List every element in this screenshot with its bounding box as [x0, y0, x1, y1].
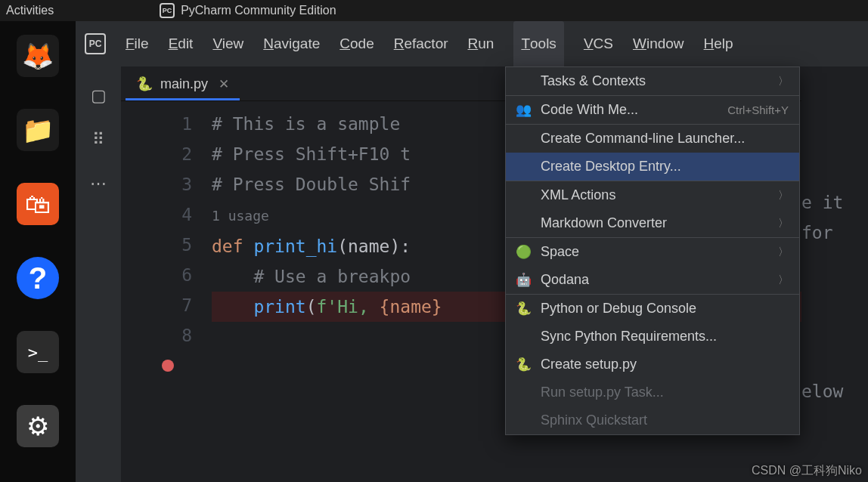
- menu-item-label: Run setup.py Task...: [541, 385, 664, 400]
- menu-item-create-setup-py[interactable]: 🐍Create setup.py: [506, 351, 799, 378]
- project-icon[interactable]: ▢: [91, 86, 107, 106]
- line-number: 1: [121, 109, 192, 139]
- menu-edit[interactable]: Edit: [169, 36, 194, 52]
- tab-filename: main.py: [160, 76, 208, 92]
- gutter: 12345678: [121, 109, 212, 482]
- os-topbar: Activities PC PyCharm Community Edition: [0, 0, 868, 21]
- menu-tools[interactable]: Tools: [513, 21, 563, 66]
- line-number: 8: [121, 320, 192, 351]
- menu-item-xml-actions[interactable]: XML Actions〉: [506, 181, 799, 209]
- more-icon[interactable]: ⋯: [90, 174, 107, 193]
- line-number: 6: [121, 260, 192, 290]
- menu-item-create-command-line-launcher[interactable]: Create Command-line Launcher...: [506, 124, 799, 153]
- menu-refactor[interactable]: Refactor: [394, 36, 448, 52]
- menu-file[interactable]: File: [126, 36, 149, 52]
- pycharm-icon: PC: [160, 3, 175, 18]
- menu-item-markdown-converter[interactable]: Markdown Converter〉: [506, 209, 799, 237]
- 🐍-icon: 🐍: [515, 357, 532, 372]
- menu-run[interactable]: Run: [468, 36, 494, 52]
- menu-item-label: Space: [541, 244, 579, 260]
- menu-item-label: Python or Debug Console: [541, 301, 696, 317]
- tool-strip: ▢ ⠿ ⋯: [76, 66, 121, 482]
- menu-item-label: Create Desktop Entry...: [541, 159, 681, 175]
- python-icon: 🐍: [136, 76, 153, 92]
- dock-item-firefox[interactable]: 🦊: [17, 35, 59, 77]
- menu-item-run-setup-py-task: Run setup.py Task...: [506, 378, 799, 406]
- menu-item-code-with-me[interactable]: 👥Code With Me...Ctrl+Shift+Y: [506, 95, 799, 124]
- menu-item-sphinx-quickstart: Sphinx Quickstart: [506, 406, 799, 434]
- menu-window[interactable]: Window: [633, 36, 684, 52]
- tools-dropdown: Tasks & Contexts〉👥Code With Me...Ctrl+Sh…: [505, 66, 800, 435]
- line-number: [121, 351, 192, 381]
- dock-item-software[interactable]: 🛍: [17, 183, 59, 225]
- line-number: 4: [121, 199, 192, 230]
- dock-item-settings[interactable]: ⚙: [17, 405, 59, 447]
- menu-item-label: Qodana: [541, 272, 589, 288]
- menu-item-python-or-debug-console[interactable]: 🐍Python or Debug Console: [506, 294, 799, 323]
- activities-label[interactable]: Activities: [6, 4, 54, 17]
- close-icon[interactable]: ✕: [219, 76, 229, 92]
- menu-vcs[interactable]: VCS: [584, 36, 613, 52]
- chevron-right-icon: 〉: [778, 273, 789, 287]
- dock-item-files[interactable]: 📁: [17, 109, 59, 151]
- chevron-right-icon: 〉: [778, 75, 789, 88]
- 🟢-icon: 🟢: [515, 244, 532, 260]
- menu-item-create-desktop-entry[interactable]: Create Desktop Entry...: [506, 153, 799, 181]
- topbar-app: PC PyCharm Community Edition: [160, 3, 336, 18]
- line-number: 2: [121, 139, 192, 169]
- menu-item-label: Sync Python Requirements...: [541, 329, 717, 345]
- menu-code[interactable]: Code: [339, 36, 374, 52]
- menu-item-label: Sphinx Quickstart: [541, 412, 647, 428]
- structure-icon[interactable]: ⠿: [92, 130, 104, 150]
- editor-tab[interactable]: 🐍 main.py ✕: [126, 70, 240, 100]
- menu-item-label: Tasks & Contexts: [541, 73, 646, 89]
- menu-help[interactable]: Help: [704, 36, 733, 52]
- chevron-right-icon: 〉: [778, 246, 789, 259]
- line-number: 5: [121, 230, 192, 260]
- 🐍-icon: 🐍: [515, 301, 532, 317]
- menubar: PC FileEditViewNavigateCodeRefactorRunTo…: [76, 21, 868, 66]
- code-right-peek: e it for elow: [801, 66, 868, 406]
- topbar-app-title: PyCharm Community Edition: [181, 4, 336, 17]
- dock-item-terminal[interactable]: >_: [17, 331, 59, 373]
- line-number: 3: [121, 169, 192, 199]
- watermark: CSDN @工科狗Niko: [752, 463, 862, 479]
- menu-shortcut: Ctrl+Shift+Y: [727, 104, 789, 116]
- app-logo-icon: PC: [85, 33, 106, 54]
- menu-item-label: Create Command-line Launcher...: [541, 131, 745, 147]
- 🤖-icon: 🤖: [515, 272, 532, 288]
- menu-navigate[interactable]: Navigate: [263, 36, 320, 52]
- menu-item-label: Code With Me...: [541, 102, 638, 118]
- menu-item-qodana[interactable]: 🤖Qodana〉: [506, 266, 799, 294]
- breakpoint-icon[interactable]: [162, 360, 174, 372]
- menu-item-label: Create setup.py: [541, 357, 637, 372]
- line-number: 7: [121, 290, 192, 320]
- menu-item-sync-python-requirements[interactable]: Sync Python Requirements...: [506, 323, 799, 351]
- chevron-right-icon: 〉: [778, 189, 789, 202]
- dock: 🦊📁🛍?>_⚙: [0, 21, 76, 482]
- menu-view[interactable]: View: [212, 36, 243, 52]
- menu-item-tasks-contexts[interactable]: Tasks & Contexts〉: [506, 67, 799, 95]
- menu-item-space[interactable]: 🟢Space〉: [506, 237, 799, 266]
- 👥-icon: 👥: [515, 102, 532, 118]
- menu-item-label: Markdown Converter: [541, 215, 667, 231]
- menu-item-label: XML Actions: [541, 187, 615, 203]
- chevron-right-icon: 〉: [778, 217, 789, 230]
- dock-item-help[interactable]: ?: [17, 257, 59, 299]
